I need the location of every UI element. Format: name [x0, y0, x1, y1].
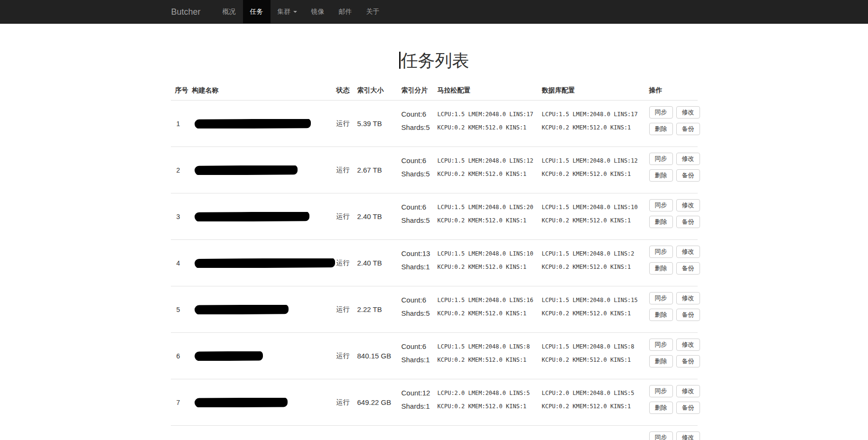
cell-marathon-config: LCPU:1.5 LMEM:2048.0 LINS:8 KCPU:0.2 KME…: [438, 340, 542, 367]
cell-database-config: LCPU:1.5 LMEM:2048.0 LINS:2 KCPU:0.2 KME…: [542, 247, 649, 274]
delete-button[interactable]: 删除: [649, 216, 673, 228]
delete-button[interactable]: 删除: [649, 355, 673, 367]
backup-button[interactable]: 备份: [676, 355, 700, 367]
database-config-line1: LCPU:2.0 LMEM:2048.0 LINS:5: [542, 386, 649, 400]
sync-button[interactable]: 同步: [649, 246, 673, 258]
sync-button[interactable]: 同步: [649, 106, 673, 119]
backup-button[interactable]: 备份: [676, 309, 700, 321]
shard-shards: Shards:1: [401, 400, 438, 413]
nav-item[interactable]: 集群: [271, 0, 304, 24]
task-row: 3 运行 2.40 TB Count:6 Shards:5 LCPU:1.5 L…: [171, 193, 698, 240]
nav-item-label: 任务: [250, 8, 263, 16]
cell-database-config: LCPU:1.5 LMEM:2048.0 LINS:17 KCPU:0.2 KM…: [542, 108, 649, 134]
cell-status: 运行: [336, 119, 357, 128]
delete-button[interactable]: 删除: [649, 402, 673, 414]
cell-operations: 同步 修改 删除 备份: [649, 431, 698, 440]
cell-marathon-config: LCPU:1.5 LMEM:2048.0 LINS:17 KCPU:0.2 KM…: [438, 108, 542, 134]
cell-operations: 同步 修改 删除 备份: [649, 199, 698, 228]
caret-down-icon: [293, 11, 297, 13]
backup-button[interactable]: 备份: [676, 169, 700, 182]
header-database-config: 数据库配置: [542, 86, 649, 95]
marathon-config-line1: LCPU:1.5 LMEM:2048.0 LINS:17: [438, 108, 542, 121]
delete-button[interactable]: 删除: [649, 309, 673, 321]
header-operations: 操作: [649, 86, 698, 95]
cell-operations: 同步 修改 删除 备份: [649, 292, 698, 321]
marathon-config-line2: KCPU:0.2 KMEM:512.0 KINS:1: [438, 214, 542, 227]
backup-button[interactable]: 备份: [676, 123, 700, 135]
cell-build-name: [192, 119, 336, 128]
task-row: 2 运行 2.67 TB Count:6 Shards:5 LCPU:1.5 L…: [171, 147, 698, 193]
cell-build-name: [192, 351, 336, 361]
modify-button[interactable]: 修改: [676, 246, 700, 258]
sync-button[interactable]: 同步: [649, 292, 673, 304]
navbar-inner: Butcher 概况 任务 集群 镜像 邮件 关于: [164, 0, 705, 24]
redaction-bar: [194, 398, 287, 407]
cell-database-config: LCPU:1.5 LMEM:2048.0 LINS:12 KCPU:0.2 KM…: [542, 154, 649, 181]
main-content: 任务列表 序号 构建名称 状态 索引大小 索引分片 马拉松配置 数据库配置 操作…: [164, 51, 705, 440]
shard-count: Count:6: [401, 201, 438, 214]
redaction-bar: [194, 212, 309, 221]
task-row: 8 logs-wireless-m-messengerpushedit 运行 6…: [171, 426, 698, 440]
cell-database-config: LCPU:1.5 LMEM:2048.0 LINS:8 KCPU:0.2 KME…: [542, 340, 649, 367]
nav-item[interactable]: 概况: [215, 0, 243, 24]
sync-button[interactable]: 同步: [649, 199, 673, 211]
cell-build-name: [192, 398, 336, 407]
text-cursor: [399, 52, 401, 69]
cell-marathon-config: LCPU:1.5 LMEM:2048.0 LINS:20 KCPU:0.2 KM…: [438, 201, 542, 227]
backup-button[interactable]: 备份: [676, 402, 700, 414]
modify-button[interactable]: 修改: [676, 153, 700, 165]
cell-index-size: 840.15 GB: [357, 352, 401, 360]
modify-button[interactable]: 修改: [676, 292, 700, 304]
sync-button[interactable]: 同步: [649, 431, 673, 440]
backup-button[interactable]: 备份: [676, 216, 700, 228]
nav-item[interactable]: 邮件: [332, 0, 359, 24]
nav-item-label: 邮件: [339, 8, 352, 16]
nav-item-label: 概况: [223, 8, 236, 16]
marathon-config-line1: LCPU:1.5 LMEM:2048.0 LINS:10: [438, 247, 542, 260]
modify-button[interactable]: 修改: [676, 385, 700, 397]
database-config-line1: LCPU:1.5 LMEM:2048.0 LINS:10: [542, 201, 649, 214]
task-table: 序号 构建名称 状态 索引大小 索引分片 马拉松配置 数据库配置 操作 1 运行…: [171, 81, 698, 440]
shard-shards: Shards:5: [401, 214, 438, 227]
header-marathon-config: 马拉松配置: [438, 86, 542, 95]
page-title-text: 任务列表: [401, 51, 469, 70]
database-config-line2: KCPU:0.2 KMEM:512.0 KINS:1: [542, 214, 649, 227]
marathon-config-line2: KCPU:0.2 KMEM:512.0 KINS:1: [438, 353, 542, 367]
task-row: 6 运行 840.15 GB Count:6 Shards:1 LCPU:1.5…: [171, 333, 698, 379]
cell-serial: 2: [175, 166, 192, 174]
header-build-name: 构建名称: [192, 86, 336, 95]
marathon-config-line1: LCPU:2.0 LMEM:2048.0 LINS:5: [438, 386, 542, 400]
sync-button[interactable]: 同步: [649, 153, 673, 165]
database-config-line2: KCPU:0.2 KMEM:512.0 KINS:1: [542, 260, 649, 274]
shard-count: Count:6: [401, 154, 438, 167]
modify-button[interactable]: 修改: [676, 106, 700, 119]
shard-shards: Shards:1: [401, 353, 438, 367]
sync-button[interactable]: 同步: [649, 339, 673, 351]
cell-index-shards: Count:6 Shards:5: [401, 108, 438, 134]
delete-button[interactable]: 删除: [649, 123, 673, 135]
delete-button[interactable]: 删除: [649, 262, 673, 275]
marathon-config-line1: LCPU:1.5 LMEM:2048.0 LINS:12: [438, 154, 542, 167]
nav-item[interactable]: 镜像: [304, 0, 332, 24]
cell-status: 运行: [336, 352, 357, 360]
header-index-shards: 索引分片: [401, 86, 438, 95]
modify-button[interactable]: 修改: [676, 199, 700, 211]
sync-button[interactable]: 同步: [649, 385, 673, 397]
shard-shards: Shards:5: [401, 307, 438, 320]
modify-button[interactable]: 修改: [676, 431, 700, 440]
backup-button[interactable]: 备份: [676, 262, 700, 275]
cell-status: 运行: [336, 259, 357, 267]
nav-item[interactable]: 关于: [359, 0, 387, 24]
modify-button[interactable]: 修改: [676, 339, 700, 351]
cell-serial: 6: [175, 352, 192, 360]
cell-index-size: 2.40 TB: [357, 212, 401, 220]
nav-item[interactable]: 任务: [243, 0, 271, 24]
cell-operations: 同步 修改 删除 备份: [649, 339, 698, 367]
database-config-line1: LCPU:1.5 LMEM:2048.0 LINS:12: [542, 154, 649, 167]
brand-butcher[interactable]: Butcher: [164, 0, 208, 24]
cell-build-name: [192, 305, 336, 314]
shard-count: Count:6: [401, 108, 438, 121]
cell-database-config: LCPU:1.5 LMEM:2048.0 LINS:10 KCPU:0.2 KM…: [542, 201, 649, 227]
delete-button[interactable]: 删除: [649, 169, 673, 182]
cell-serial: 4: [175, 259, 192, 267]
